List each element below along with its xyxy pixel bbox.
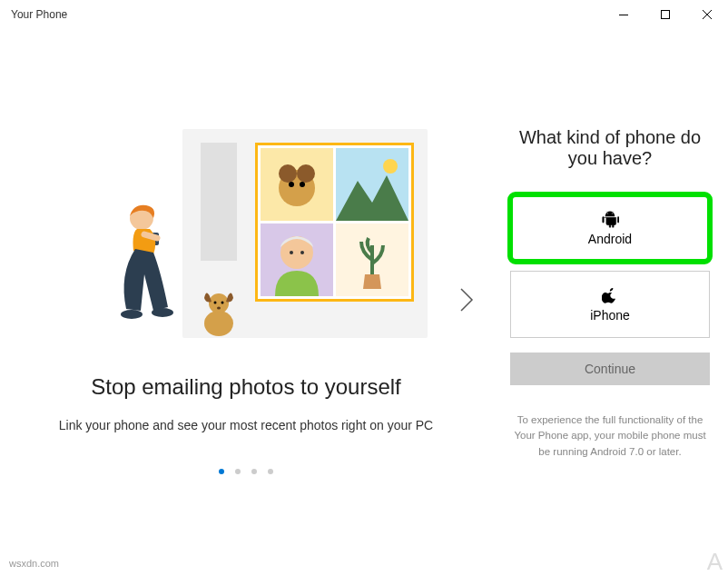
- person-graphic: [92, 202, 201, 338]
- carousel-dots: [219, 469, 273, 474]
- onboarding-panel: Stop emailing photos to yourself Link yo…: [0, 29, 492, 576]
- carousel-dot[interactable]: [235, 469, 241, 474]
- option-label: Android: [588, 232, 632, 246]
- carousel-dot[interactable]: [251, 469, 257, 474]
- photo-tile-dog: [261, 148, 333, 221]
- photo-frame: [255, 143, 414, 302]
- onboarding-subheading: Link your phone and see your most recent…: [59, 418, 433, 432]
- window-controls: [603, 0, 728, 29]
- svg-point-20: [221, 302, 224, 304]
- carousel-dot[interactable]: [219, 469, 224, 474]
- svg-point-3: [279, 164, 297, 183]
- phone-select-panel: What kind of phone do you have? Android …: [492, 29, 728, 576]
- watermark-bl: wsxdn.com: [9, 558, 59, 569]
- android-icon: [601, 210, 619, 228]
- svg-point-18: [209, 293, 229, 313]
- illustration: [74, 129, 418, 338]
- svg-rect-1: [662, 11, 670, 19]
- close-icon: [703, 10, 712, 19]
- svg-point-11: [300, 251, 304, 254]
- maximize-button[interactable]: [644, 0, 686, 29]
- photo-tile-person: [261, 223, 333, 296]
- svg-rect-0: [619, 15, 628, 15]
- svg-point-17: [204, 311, 233, 336]
- svg-point-4: [297, 164, 315, 183]
- option-android[interactable]: Android: [510, 194, 710, 262]
- phone-question: What kind of phone do you have?: [510, 127, 710, 169]
- svg-point-5: [289, 182, 294, 187]
- disclaimer-text: To experience the full functionality of …: [510, 412, 710, 460]
- photo-tile-plant: [336, 223, 408, 296]
- minimize-icon: [619, 15, 628, 15]
- main-content: Stop emailing photos to yourself Link yo…: [0, 29, 728, 576]
- close-button[interactable]: [686, 0, 728, 29]
- option-label: iPhone: [590, 308, 630, 323]
- door-graphic: [201, 143, 237, 261]
- svg-point-8: [383, 159, 398, 174]
- maximize-icon: [661, 10, 670, 19]
- svg-point-10: [290, 251, 293, 254]
- svg-point-21: [217, 307, 221, 310]
- watermark-br: A: [707, 548, 723, 576]
- titlebar: Your Phone: [0, 0, 728, 29]
- onboarding-heading: Stop emailing photos to yourself: [91, 374, 401, 400]
- apple-icon: [601, 286, 619, 304]
- chevron-right-icon: [459, 287, 474, 313]
- carousel-dot[interactable]: [268, 469, 273, 474]
- dog-graphic: [192, 283, 246, 338]
- photo-tile-mountain: [336, 148, 408, 221]
- continue-button[interactable]: Continue: [510, 353, 710, 385]
- svg-point-6: [300, 182, 305, 187]
- svg-point-16: [152, 308, 173, 317]
- minimize-button[interactable]: [603, 0, 644, 29]
- window-title: Your Phone: [11, 8, 67, 21]
- svg-point-15: [121, 310, 143, 319]
- next-arrow-button[interactable]: [450, 278, 483, 327]
- option-iphone[interactable]: iPhone: [510, 271, 710, 338]
- svg-point-19: [214, 302, 217, 304]
